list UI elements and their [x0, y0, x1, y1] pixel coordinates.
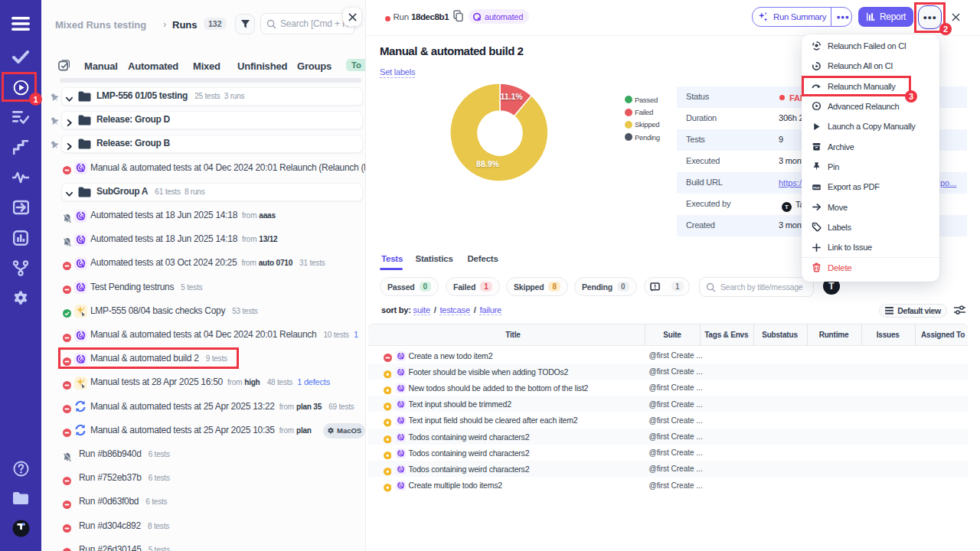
svg-text:88.9%: 88.9%: [476, 159, 499, 168]
svg-text:PDF: PDF: [813, 185, 820, 189]
svg-text:11.1%: 11.1%: [500, 92, 523, 101]
